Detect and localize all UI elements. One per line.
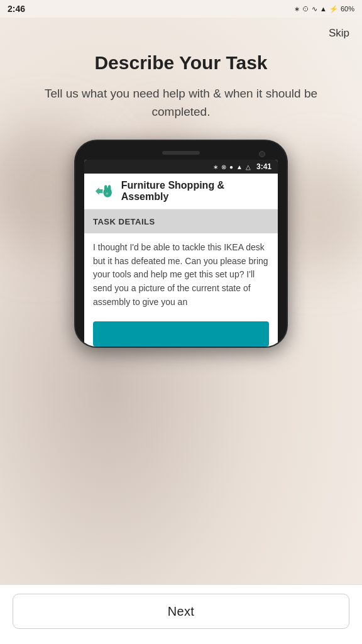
phone-speaker bbox=[162, 151, 200, 155]
phone-top bbox=[84, 151, 278, 155]
task-section-header: TASK DETAILS bbox=[84, 209, 278, 233]
app-logo-icon bbox=[93, 180, 115, 203]
svg-point-2 bbox=[108, 185, 111, 191]
page-title: Describe Your Task bbox=[75, 52, 286, 74]
signal-icon: ▲ bbox=[320, 5, 327, 13]
phone-cta-button bbox=[93, 321, 269, 347]
svg-point-3 bbox=[106, 192, 108, 195]
task-section-label: TASK DETAILS bbox=[93, 217, 155, 226]
battery-icon: ⚡ bbox=[329, 5, 338, 13]
bottom-nav: Next bbox=[0, 584, 362, 644]
phone-screen: ∗ ⊗ ● ▲ △ 3:41 bbox=[84, 160, 278, 347]
phone-status-bar: ∗ ⊗ ● ▲ △ 3:41 bbox=[84, 160, 278, 174]
main-content: Skip Describe Your Task Tell us what you… bbox=[0, 18, 362, 644]
phone-camera bbox=[259, 151, 265, 157]
battery-level: 60% bbox=[341, 5, 354, 13]
svg-point-1 bbox=[104, 185, 107, 191]
next-button[interactable]: Next bbox=[13, 594, 349, 629]
phone-bluetooth-icon: ∗ bbox=[213, 164, 218, 170]
task-body: I thought I'd be able to tackle this IKE… bbox=[84, 233, 278, 316]
skip-button[interactable]: Skip bbox=[316, 21, 362, 46]
status-bar: 2:46 ∗ ⏲ ∿ ▲ ⚡ 60% bbox=[0, 0, 362, 18]
app-header: Furniture Shopping & Assembly bbox=[84, 174, 278, 209]
phone-wifi-icon: ● bbox=[229, 164, 233, 170]
status-time: 2:46 bbox=[8, 4, 25, 14]
phone-shell: ∗ ⊗ ● ▲ △ 3:41 bbox=[74, 140, 288, 348]
phone-signal-icon: ▲ bbox=[236, 164, 243, 170]
phone-block-icon: ⊗ bbox=[221, 164, 226, 170]
bluetooth-icon: ∗ bbox=[294, 5, 300, 13]
alarm-icon: ⏲ bbox=[302, 5, 309, 13]
wifi-icon: ∿ bbox=[312, 5, 317, 13]
task-body-text: I thought I'd be able to tackle this IKE… bbox=[93, 241, 269, 309]
phone-mockup: ∗ ⊗ ● ▲ △ 3:41 bbox=[74, 140, 288, 348]
phone-status-time: 3:41 bbox=[256, 162, 272, 171]
phone-battery-icon: △ bbox=[246, 164, 251, 170]
app-header-title: Furniture Shopping & Assembly bbox=[121, 180, 269, 203]
status-icons: ∗ ⏲ ∿ ▲ ⚡ 60% bbox=[294, 5, 354, 13]
page-subtitle: Tell us what you need help with & when i… bbox=[0, 85, 362, 121]
